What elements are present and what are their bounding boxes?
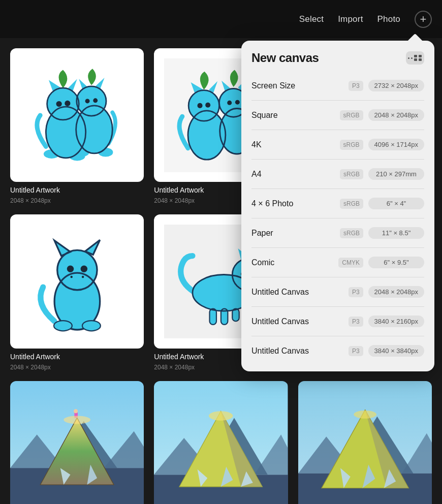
canvas-option-name: Comic <box>251 258 338 267</box>
canvas-option-name: Untitled Canvas <box>251 288 349 297</box>
option-divider <box>251 218 424 218</box>
canvas-option-colorspace: CMYK <box>338 258 363 268</box>
canvas-option-size: 11" × 8.5" <box>368 227 424 239</box>
canvas-option-colorspace: P3 <box>349 287 363 297</box>
svg-point-9 <box>56 101 61 107</box>
canvas-option-name: Square <box>251 111 340 120</box>
canvas-option-item[interactable]: 4 × 6 Photo sRGB 6" × 4" <box>241 191 434 216</box>
dropdown-header: New canvas <box>241 51 434 73</box>
svg-point-32 <box>227 101 232 105</box>
canvas-option-colorspace: sRGB <box>340 110 363 120</box>
canvas-option-size: 2732 × 2048px <box>368 80 424 91</box>
list-item[interactable]: Illustration8 2(1) 3840 × 3840px <box>154 381 288 504</box>
svg-point-52 <box>82 321 101 331</box>
option-divider <box>251 159 424 160</box>
list-item[interactable]: Untitled Artwork 2048 × 2048px <box>10 48 144 204</box>
canvas-option-size: 3840 × 2160px <box>368 316 424 327</box>
canvas-option-size: 6" × 4" <box>368 198 424 209</box>
grid-icon <box>414 55 422 61</box>
option-divider <box>251 277 424 277</box>
dropdown-title: New canvas <box>251 51 319 65</box>
add-button[interactable]: + <box>415 11 432 28</box>
canvas-option-colorspace: P3 <box>349 317 363 327</box>
list-item[interactable]: Illustration8 3840 × 3840px <box>298 381 432 504</box>
canvas-option-colorspace: sRGB <box>340 169 363 179</box>
artwork-thumbnail <box>298 381 432 504</box>
canvas-option-size: 4096 × 1714px <box>368 139 424 150</box>
canvas-option-item[interactable]: Square sRGB 2048 × 2048px <box>241 103 434 128</box>
svg-point-76 <box>64 416 90 424</box>
new-canvas-dropdown: New canvas Screen Size P3 2732 × 2048px … <box>241 41 434 371</box>
option-divider <box>251 100 424 101</box>
dot-icon-2 <box>411 57 413 59</box>
dropdown-icon-button[interactable] <box>406 51 424 65</box>
dot-icon-1 <box>408 57 409 59</box>
canvas-option-name: A4 <box>251 170 340 179</box>
option-divider <box>251 247 424 248</box>
artwork-title: Untitled Artwork <box>10 353 144 361</box>
canvas-option-item[interactable]: 4K sRGB 4096 × 1714px <box>241 132 434 157</box>
canvas-option-colorspace: sRGB <box>340 228 363 238</box>
svg-point-46 <box>82 276 84 278</box>
canvas-option-size: 2048 × 2048px <box>368 286 424 298</box>
artwork-thumbnail <box>10 214 144 348</box>
canvas-option-item[interactable]: Paper sRGB 11" × 8.5" <box>241 220 434 245</box>
canvas-option-size: 2048 × 2048px <box>368 109 424 121</box>
svg-rect-103 <box>414 58 417 61</box>
svg-rect-104 <box>419 58 422 61</box>
canvas-option-colorspace: P3 <box>349 81 363 91</box>
canvas-option-item[interactable]: Untitled Canvas P3 2048 × 2048px <box>241 279 434 304</box>
canvas-option-item[interactable]: Untitled Canvas P3 3840 × 3840px <box>241 338 434 363</box>
canvas-option-name: 4 × 6 Photo <box>251 199 340 208</box>
svg-point-88 <box>209 411 233 420</box>
svg-rect-101 <box>414 55 417 57</box>
svg-point-100 <box>354 411 376 419</box>
canvas-option-name: 4K <box>251 140 340 149</box>
svg-point-75 <box>74 409 78 413</box>
svg-point-11 <box>85 99 89 103</box>
canvas-option-item[interactable]: Comic CMYK 6" × 9.5" <box>241 250 434 275</box>
canvas-option-name: Screen Size <box>251 81 349 90</box>
option-divider <box>251 336 424 336</box>
svg-point-51 <box>54 321 72 331</box>
canvas-option-colorspace: P3 <box>349 346 363 356</box>
svg-point-44 <box>80 266 87 272</box>
canvas-option-item[interactable]: A4 sRGB 210 × 297mm <box>241 162 434 186</box>
svg-point-31 <box>205 102 210 107</box>
option-divider <box>251 306 424 307</box>
artwork-thumbnail <box>10 381 144 504</box>
canvas-option-item[interactable]: Untitled Canvas P3 3840 × 2160px <box>241 309 434 334</box>
list-item[interactable]: Untitled Artwork 2032 × 2010px <box>10 381 144 504</box>
svg-point-43 <box>67 266 74 272</box>
canvas-option-name: Untitled Canvas <box>251 317 349 326</box>
artwork-title: Untitled Artwork <box>10 186 144 194</box>
canvas-option-size: 6" × 9.5" <box>368 257 424 268</box>
option-divider <box>251 130 424 130</box>
svg-point-45 <box>70 276 72 278</box>
plus-icon: + <box>420 13 427 26</box>
canvas-option-size: 210 × 297mm <box>368 168 424 180</box>
photo-nav-item[interactable]: Photo <box>377 14 400 24</box>
list-item[interactable]: Untitled Artwork 2048 × 2048px <box>10 214 144 370</box>
canvas-option-name: Untitled Canvas <box>251 346 349 356</box>
svg-rect-60 <box>210 309 216 325</box>
canvas-option-colorspace: sRGB <box>340 140 363 150</box>
canvas-option-name: Paper <box>251 229 340 238</box>
canvas-option-colorspace: sRGB <box>340 199 363 209</box>
import-nav-item[interactable]: Import <box>338 14 363 24</box>
option-divider <box>251 188 424 189</box>
svg-rect-102 <box>419 55 422 57</box>
svg-point-12 <box>93 98 98 103</box>
top-navigation: Select Import Photo + <box>0 0 442 38</box>
svg-point-10 <box>65 101 70 106</box>
canvas-options-list: Screen Size P3 2732 × 2048px Square sRGB… <box>241 73 434 363</box>
artwork-thumbnail <box>10 48 144 182</box>
canvas-option-item[interactable]: Screen Size P3 2732 × 2048px <box>241 73 434 98</box>
svg-point-33 <box>235 100 240 104</box>
artwork-size: 2048 × 2048px <box>10 364 144 371</box>
select-nav-item[interactable]: Select <box>299 14 324 24</box>
artwork-size: 2048 × 2048px <box>10 197 144 204</box>
svg-point-30 <box>198 103 203 108</box>
artwork-thumbnail <box>154 381 288 504</box>
canvas-option-size: 3840 × 3840px <box>368 345 424 357</box>
